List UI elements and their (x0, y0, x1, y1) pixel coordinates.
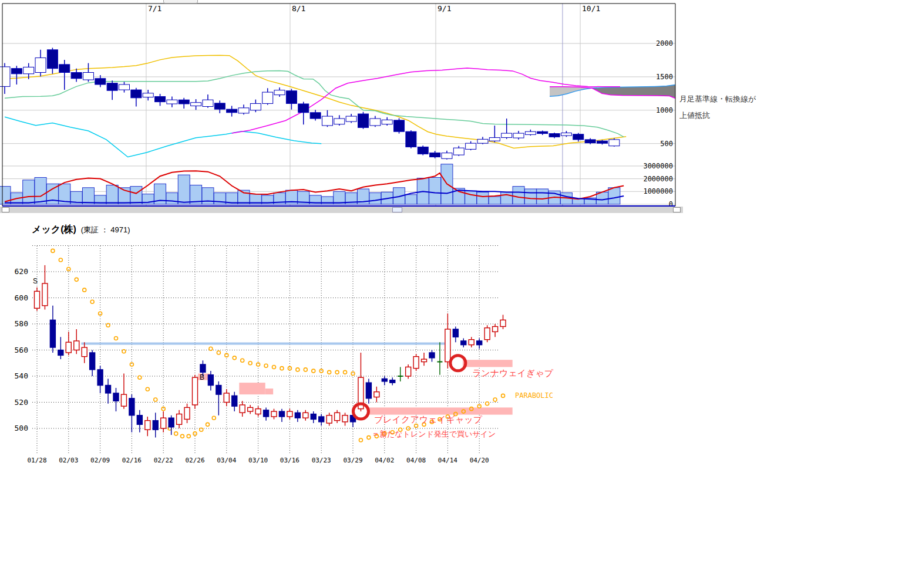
stock-chart-window: 20001500100050030000002000000100000007/1… (0, 0, 902, 588)
weekly-chart-group: 20001500100050030000002000000100000007/1… (2, 4, 675, 208)
svg-text:03/16: 03/16 (280, 457, 299, 464)
stock-code: (東証 ： 4971) (81, 225, 130, 234)
svg-text:04/14: 04/14 (438, 457, 457, 464)
svg-text:02/26: 02/26 (185, 457, 204, 464)
svg-text:620: 620 (15, 267, 28, 276)
cloud-note-line2: 上値抵抗 (679, 107, 756, 124)
svg-text:02/22: 02/22 (154, 457, 173, 464)
breakaway-gap-label: ブレイクアウェイギャップ (374, 414, 482, 425)
sell-signal-marker: S (33, 277, 38, 285)
svg-text:03/23: 03/23 (312, 457, 331, 464)
charts-canvas: 20001500100050030000002000000100000007/1… (0, 0, 902, 588)
svg-text:03/04: 03/04 (217, 457, 236, 464)
svg-text:600: 600 (15, 293, 28, 302)
svg-text:500: 500 (660, 140, 673, 148)
svg-text:1000: 1000 (656, 106, 673, 114)
svg-text:8/1: 8/1 (292, 4, 305, 13)
svg-text:04/20: 04/20 (470, 457, 489, 464)
svg-text:02/16: 02/16 (122, 457, 142, 464)
buy-signal-marker: B (200, 373, 204, 381)
stock-header: メック(株)(東証 ： 4971) (32, 224, 130, 236)
svg-text:1500: 1500 (656, 73, 673, 81)
horizontal-scrollbar[interactable] (0, 207, 683, 213)
runaway-gap-label: ランナウェイぎゃプ (472, 368, 553, 379)
parabolic-label: PARABOLIC (515, 391, 553, 400)
trend-signal-label: ＝新たなトレンド発生で買いサイン (372, 429, 496, 440)
svg-text:2000: 2000 (656, 39, 673, 48)
partial-toolbar-button[interactable] (163, 0, 198, 4)
svg-text:500: 500 (15, 424, 28, 432)
svg-text:03/29: 03/29 (343, 457, 362, 464)
scrollbar-left-button[interactable] (2, 207, 9, 212)
volume-bars (0, 164, 675, 206)
svg-text:2000000: 2000000 (643, 175, 673, 183)
scrollbar-thumb[interactable] (392, 207, 402, 212)
svg-text:02/09: 02/09 (90, 457, 110, 464)
svg-text:9/1: 9/1 (437, 4, 451, 13)
svg-text:3000000: 3000000 (643, 162, 673, 170)
svg-text:10/1: 10/1 (582, 4, 600, 13)
svg-text:03/10: 03/10 (248, 457, 268, 464)
svg-text:04/02: 04/02 (375, 457, 394, 464)
svg-text:520: 520 (15, 398, 28, 407)
svg-text:01/28: 01/28 (27, 457, 46, 464)
cloud-note-line1: 月足基準線・転換線が (679, 91, 756, 107)
svg-text:1000000: 1000000 (643, 187, 673, 195)
svg-text:7/1: 7/1 (148, 4, 161, 13)
svg-text:02/03: 02/03 (59, 457, 78, 464)
svg-text:04/08: 04/08 (406, 457, 426, 464)
svg-text:580: 580 (15, 319, 28, 328)
weekly-chart-frame (2, 4, 675, 206)
cloud-resistance-note: 月足基準線・転換線が 上値抵抗 (679, 91, 756, 124)
svg-text:540: 540 (15, 371, 28, 380)
stock-title: メック(株) (32, 224, 76, 234)
svg-text:560: 560 (15, 346, 28, 354)
scrollbar-right-button[interactable] (673, 207, 681, 212)
